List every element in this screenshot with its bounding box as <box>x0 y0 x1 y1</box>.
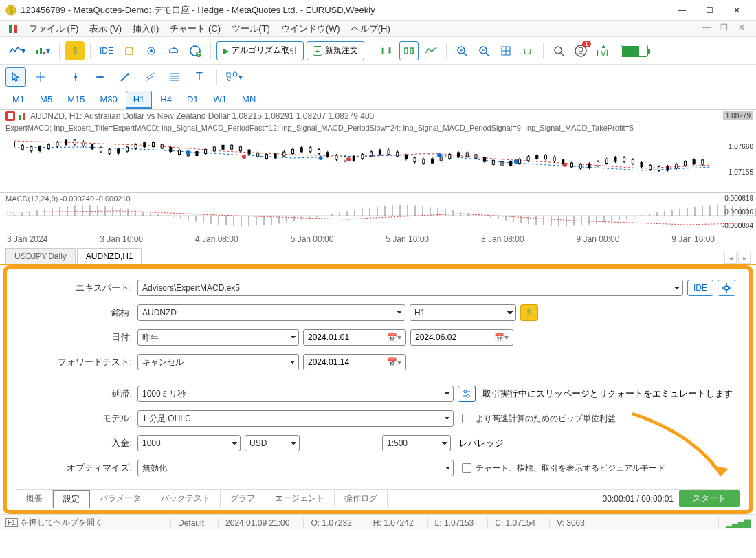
delay-settings-button[interactable] <box>458 386 476 402</box>
add-button[interactable]: + <box>186 41 205 60</box>
date-from-input[interactable]: 2024.01.01📅▾ <box>303 329 406 346</box>
tab-settings[interactable]: 設定 <box>53 490 90 508</box>
symbol-info-button[interactable]: $ <box>520 304 538 321</box>
svg-rect-157 <box>475 155 477 159</box>
chart-line-icon[interactable] <box>421 41 441 60</box>
text-tool[interactable]: T <box>189 67 210 87</box>
hline-tool[interactable] <box>90 67 111 87</box>
time-tick: 3 Jan 16:00 <box>100 234 143 247</box>
tab-graph[interactable]: グラフ <box>221 490 265 507</box>
timeframe-tab-m5[interactable]: M5 <box>33 91 59 107</box>
ide-button[interactable]: IDE <box>96 41 117 60</box>
subwin-close-icon[interactable]: ✕ <box>738 23 751 35</box>
start-button[interactable]: スタート <box>679 490 740 507</box>
tab-agent[interactable]: エージェント <box>265 490 335 507</box>
period-select[interactable]: H1 <box>410 304 516 321</box>
tab-log[interactable]: 操作ログ <box>335 490 388 507</box>
menu-tool[interactable]: ツール(T) <box>226 21 276 36</box>
account-icon[interactable]: 1 <box>571 41 590 60</box>
tester-timer: 00:00:01 / 00:00:01 <box>603 494 674 504</box>
vline-tool[interactable] <box>65 67 86 87</box>
svg-rect-49 <box>23 113 25 120</box>
leverage-select[interactable]: 1:500 <box>382 435 451 451</box>
indicator-icon[interactable]: ⫾⫾ <box>518 41 537 60</box>
menu-help[interactable]: ヘルプ(H) <box>346 21 396 36</box>
timeframe-tab-w1[interactable]: W1 <box>207 91 234 107</box>
menu-file[interactable]: ファイル (F) <box>23 21 84 36</box>
timeframe-tab-h1[interactable]: H1 <box>126 91 153 109</box>
subwin-restore-icon[interactable]: ❐ <box>720 23 733 35</box>
zoom-in-icon[interactable] <box>452 41 471 60</box>
visual-mode-checkbox[interactable] <box>462 463 471 473</box>
currency-select[interactable]: USD <box>245 435 300 451</box>
grid-icon[interactable] <box>496 41 515 60</box>
timeframe-tab-d1[interactable]: D1 <box>180 91 205 107</box>
fibo-tool[interactable] <box>164 67 185 87</box>
delay-select[interactable]: 1000ミリ秒 <box>137 386 454 402</box>
maximize-button[interactable]: ☐ <box>696 1 723 20</box>
close-button[interactable]: ✕ <box>723 1 751 20</box>
price-current: 1.08279 <box>723 111 753 120</box>
svg-rect-105 <box>248 150 250 154</box>
timeframe-dropdown[interactable]: ▾ <box>32 41 54 60</box>
expert-select[interactable]: Advisors\ExpertMACD.ex5 <box>137 280 683 296</box>
timeframe-tab-m15[interactable]: M15 <box>60 91 91 107</box>
crosshair-tool[interactable] <box>30 67 51 87</box>
notif-badge: 1 <box>582 41 591 47</box>
objects-tool[interactable]: ▾ <box>224 67 245 87</box>
tab-backtest[interactable]: バックテスト <box>151 490 221 507</box>
minimize-button[interactable]: — <box>668 1 696 20</box>
subwin-minimize-icon[interactable]: — <box>702 23 715 35</box>
pip-profit-checkbox[interactable] <box>462 414 471 423</box>
timeframe-tab-m1[interactable]: M1 <box>5 91 32 107</box>
chart-type-dropdown[interactable]: ▾ <box>5 41 29 60</box>
cursor-tool[interactable] <box>5 67 26 87</box>
svg-rect-111 <box>274 154 276 158</box>
algo-trading-button[interactable]: ▶ アルゴリズム取引 <box>216 41 304 60</box>
trendline-tool[interactable] <box>115 67 135 87</box>
date-preset-select[interactable]: 昨年 <box>137 329 299 346</box>
level-icon[interactable]: ▲LVL <box>593 41 614 60</box>
svg-line-25 <box>561 53 564 56</box>
menu-chart[interactable]: チャート (C) <box>164 21 226 36</box>
deposit-select[interactable]: 1000 <box>137 435 241 451</box>
timeframe-tab-mn[interactable]: MN <box>235 91 263 107</box>
tab-scroll-left[interactable]: ◂ <box>724 252 737 264</box>
timeframe-tab-m30[interactable]: M30 <box>93 91 124 107</box>
symbol-select[interactable]: AUDNZD <box>137 304 405 321</box>
tester-ide-button[interactable]: IDE <box>687 280 713 296</box>
new-order-button[interactable]: + 新規注文 <box>307 41 364 60</box>
svg-rect-85 <box>161 144 163 148</box>
chart-candle-icon[interactable] <box>399 41 419 60</box>
market-button[interactable] <box>120 41 139 60</box>
menu-window[interactable]: ウインドウ(W) <box>276 21 346 36</box>
menu-insert[interactable]: 挿入(I) <box>127 21 164 36</box>
dollar-button[interactable]: $ <box>65 41 85 60</box>
model-select[interactable]: 1 分足 OHLC <box>137 410 454 427</box>
menu-view[interactable]: 表示 (V) <box>84 21 127 36</box>
svg-rect-205 <box>684 161 686 166</box>
timeframe-tab-h4[interactable]: H4 <box>153 91 179 107</box>
channel-tool[interactable] <box>140 67 160 87</box>
tab-overview[interactable]: 概要 <box>16 490 53 507</box>
zoom-out-icon[interactable] <box>474 41 493 60</box>
tab-params[interactable]: パラメータ <box>90 490 151 507</box>
chart-bar-icon[interactable]: ⬆⬇ <box>376 41 397 60</box>
vps-button[interactable] <box>164 41 183 60</box>
signal-button[interactable] <box>142 41 161 60</box>
forward-select[interactable]: キャンセル <box>137 354 299 370</box>
chart-area[interactable]: AUDNZD, H1: Australian Dollar vs New Zea… <box>0 110 756 247</box>
optimize-select[interactable]: 無効化 <box>137 460 454 476</box>
tester-gear-button[interactable] <box>718 280 735 296</box>
date-to-input[interactable]: 2024.06.02📅▾ <box>410 329 513 346</box>
delay-label: 延滞: <box>21 388 137 400</box>
chart-tab-audnzd[interactable]: AUDNZD,H1 <box>77 248 142 264</box>
status-low: L: 1.07153 <box>427 518 474 528</box>
svg-rect-129 <box>353 157 355 161</box>
visual-mode-label: チャート、指標、取引を表示するビジュアルモード <box>476 462 665 474</box>
tab-scroll-right[interactable]: ▸ <box>738 252 751 264</box>
svg-rect-87 <box>170 147 172 151</box>
forward-date-input[interactable]: 2024.01.14📅▾ <box>303 354 406 370</box>
chart-tab-usdjpy[interactable]: USDJPY,Daily <box>5 248 76 264</box>
search-icon[interactable] <box>549 41 568 60</box>
